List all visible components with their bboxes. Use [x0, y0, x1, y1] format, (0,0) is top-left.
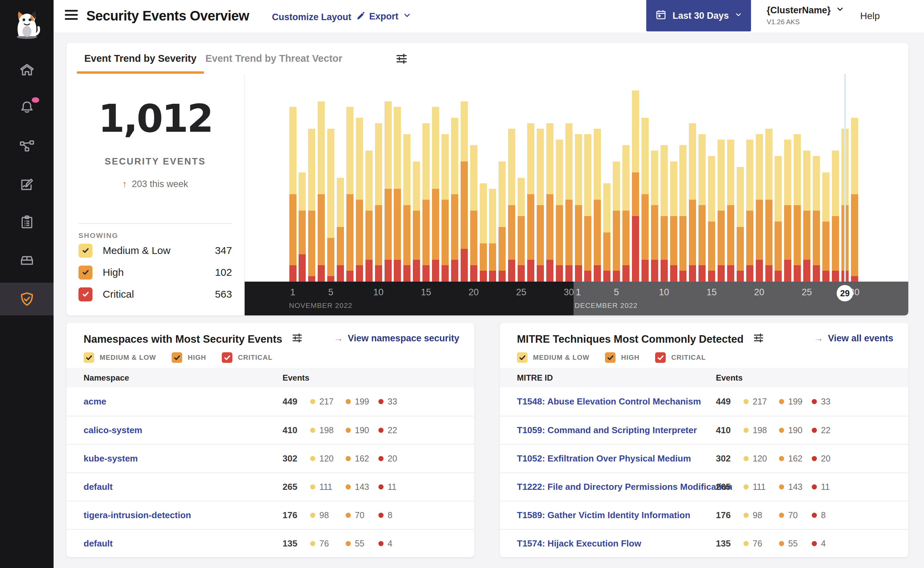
bar-dec-27[interactable]: [822, 172, 829, 282]
bar-dec-5[interactable]: [613, 162, 620, 282]
bar-dec-16[interactable]: [717, 140, 725, 282]
bar-dec-30[interactable]: [851, 118, 858, 282]
high-checkbox[interactable]: [172, 352, 182, 363]
sidebar-item-alerts[interactable]: [0, 91, 54, 123]
bar-nov-27[interactable]: [537, 129, 544, 282]
filter-chip-high[interactable]: HIGH: [172, 352, 206, 363]
bar-nov-4[interactable]: [318, 101, 325, 282]
bar-nov-15[interactable]: [422, 123, 430, 282]
high-checkbox[interactable]: [605, 352, 615, 363]
row-link[interactable]: T1548: Abuse Elevation Control Mechanism: [517, 387, 701, 416]
bar-nov-24[interactable]: [508, 129, 515, 282]
bar-dec-12[interactable]: [679, 145, 686, 282]
date-range-button[interactable]: Last 30 Days: [646, 0, 751, 32]
bar-dec-4[interactable]: [603, 183, 610, 282]
bar-nov-22[interactable]: [489, 189, 496, 282]
bar-dec-14[interactable]: [698, 134, 705, 282]
filter-chip-medium[interactable]: MEDIUM & LOW: [84, 352, 156, 363]
bar-nov-8[interactable]: [356, 118, 363, 282]
bar-dec-20[interactable]: [756, 134, 763, 282]
bar-nov-10[interactable]: [375, 123, 382, 282]
bar-dec-21[interactable]: [765, 129, 772, 282]
bar-nov-19[interactable]: [461, 101, 468, 282]
legend-row-critical[interactable]: Critical563: [78, 284, 232, 304]
bar-dec-28[interactable]: [832, 151, 839, 282]
selected-day-pill[interactable]: 29: [837, 285, 853, 301]
view-namespace-security-link[interactable]: → View namespace security: [334, 333, 459, 344]
calico-cat-logo[interactable]: [11, 6, 43, 41]
bar-dec-11[interactable]: [670, 162, 677, 282]
filter-tune-icon[interactable]: [291, 332, 303, 347]
bar-nov-28[interactable]: [546, 123, 553, 282]
row-link[interactable]: calico-system: [84, 417, 142, 444]
row-link[interactable]: T1574: Hijack Execution Flow: [517, 530, 641, 557]
hamburger-menu-button[interactable]: [65, 10, 78, 22]
bar-nov-29[interactable]: [556, 140, 563, 282]
bar-dec-7[interactable]: [632, 91, 639, 282]
sidebar-item-catalog[interactable]: [0, 244, 54, 276]
export-button[interactable]: Export: [369, 11, 412, 22]
bar-nov-3[interactable]: [308, 129, 315, 282]
row-link[interactable]: T1059: Command and Scripting Interpreter: [517, 417, 697, 444]
bar-dec-17[interactable]: [727, 140, 734, 282]
bar-nov-14[interactable]: [413, 162, 420, 282]
medium-checkbox[interactable]: [517, 352, 528, 363]
high-checkbox[interactable]: [78, 266, 92, 279]
row-link[interactable]: T1589: Gather Victim Identity Informatio…: [517, 502, 690, 529]
bar-dec-23[interactable]: [784, 140, 791, 282]
filter-chip-high[interactable]: HIGH: [605, 352, 639, 363]
bar-nov-5[interactable]: [327, 129, 335, 282]
tab-event-trend-by-threat-vector[interactable]: Event Trend by Threat Vector: [198, 43, 350, 74]
tab-event-trend-by-severity[interactable]: Event Trend by Severity: [77, 43, 204, 74]
bar-nov-16[interactable]: [432, 107, 439, 282]
bar-nov-2[interactable]: [298, 172, 306, 282]
view-all-events-link[interactable]: → View all events: [814, 333, 893, 344]
bar-nov-21[interactable]: [480, 183, 487, 282]
bar-dec-24[interactable]: [794, 134, 801, 282]
bar-nov-30[interactable]: [565, 123, 573, 282]
critical-checkbox[interactable]: [78, 287, 92, 301]
bar-nov-23[interactable]: [499, 162, 506, 282]
filter-chip-critical[interactable]: CRITICAL: [655, 352, 705, 363]
bar-nov-18[interactable]: [451, 118, 458, 282]
sidebar-item-service-graph[interactable]: [0, 130, 54, 163]
filter-chip-critical[interactable]: CRITICAL: [222, 352, 272, 363]
trend-filter-tune-icon[interactable]: [395, 52, 408, 67]
bar-dec-26[interactable]: [813, 156, 820, 282]
bar-dec-19[interactable]: [746, 140, 754, 282]
row-link[interactable]: default: [84, 530, 113, 557]
customize-layout-button[interactable]: Customize Layout: [272, 11, 366, 24]
bar-dec-2[interactable]: [584, 134, 591, 282]
bar-dec-9[interactable]: [651, 151, 658, 282]
help-link[interactable]: Help: [860, 11, 880, 21]
bar-nov-7[interactable]: [346, 107, 354, 282]
bar-dec-18[interactable]: [737, 167, 744, 282]
bar-dec-3[interactable]: [594, 129, 601, 282]
bar-nov-17[interactable]: [442, 134, 449, 282]
bar-dec-8[interactable]: [642, 118, 649, 282]
bar-nov-9[interactable]: [365, 151, 372, 282]
cluster-selector[interactable]: {ClusterName} V1.26 AKS: [767, 5, 844, 26]
bar-nov-6[interactable]: [337, 178, 344, 282]
filter-chip-medium[interactable]: MEDIUM & LOW: [517, 352, 589, 363]
bar-nov-1[interactable]: [289, 107, 297, 282]
bar-nov-11[interactable]: [384, 101, 392, 282]
medium-checkbox[interactable]: [78, 244, 92, 258]
legend-row-medium[interactable]: Medium & Low347: [78, 241, 232, 260]
bar-nov-26[interactable]: [527, 123, 534, 282]
row-link[interactable]: T1052: Exfiltration Over Physical Medium: [517, 445, 691, 473]
sidebar-item-home[interactable]: [0, 54, 54, 86]
critical-checkbox[interactable]: [222, 352, 232, 363]
bar-nov-12[interactable]: [394, 107, 401, 282]
bar-dec-6[interactable]: [623, 145, 630, 282]
row-link[interactable]: default: [84, 473, 113, 501]
row-link[interactable]: tigera-intrusion-detection: [84, 502, 191, 529]
legend-row-high[interactable]: High102: [78, 263, 232, 282]
sidebar-item-policies[interactable]: [0, 168, 54, 201]
bar-nov-25[interactable]: [518, 178, 525, 282]
bar-dec-22[interactable]: [775, 156, 782, 282]
sidebar-item-compliance[interactable]: [0, 206, 54, 239]
bar-nov-20[interactable]: [470, 145, 477, 282]
bar-dec-25[interactable]: [803, 151, 810, 282]
filter-tune-icon[interactable]: [752, 332, 765, 347]
